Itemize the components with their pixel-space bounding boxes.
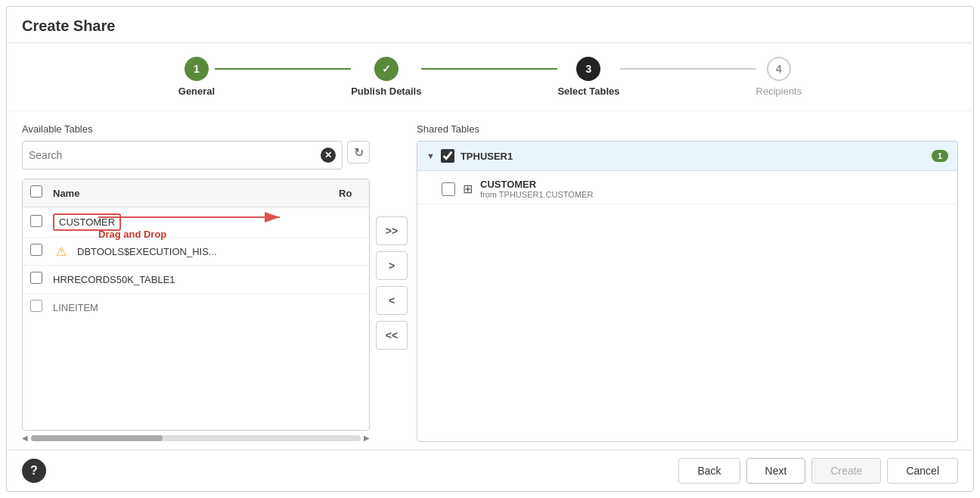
step-general: 1 General bbox=[178, 57, 215, 97]
step-circle-2: ✓ bbox=[374, 57, 399, 81]
group-checkbox-tphuser1[interactable] bbox=[441, 149, 454, 163]
shared-group-header: ▼ TPHUSER1 1 bbox=[417, 142, 957, 171]
create-button[interactable]: Create bbox=[811, 458, 881, 484]
main-content: Available Tables ✕ ↻ Name Ro bbox=[7, 111, 973, 450]
table-row: ⚠ DBTOOLS$EXECUTION_HIS... bbox=[23, 238, 369, 266]
footer-left: ? bbox=[22, 459, 46, 483]
footer: ? Back Next Create Cancel bbox=[7, 450, 973, 491]
right-panel: Shared Tables ▼ TPHUSER1 1 ⊞ CUSTOMER fr… bbox=[417, 123, 958, 442]
row-checkbox-customer bbox=[30, 215, 45, 230]
row-checkbox-dbtools bbox=[30, 244, 45, 259]
back-button[interactable]: Back bbox=[678, 458, 740, 484]
page-wrapper: Create Share 1 General ✓ Publish Details… bbox=[6, 6, 974, 492]
item-checkbox-customer[interactable] bbox=[442, 182, 455, 196]
horizontal-scrollbar[interactable]: ◀ ▶ bbox=[22, 431, 370, 442]
step-circle-3: 3 bbox=[576, 57, 600, 81]
table-icon: ⊞ bbox=[463, 182, 473, 196]
table-header: Name Ro bbox=[23, 179, 369, 207]
customer-name-cell: CUSTOMER bbox=[53, 213, 361, 231]
connector-2-3 bbox=[421, 68, 557, 70]
connector-1-2 bbox=[215, 68, 351, 70]
connector-3-4 bbox=[620, 68, 756, 70]
group-chevron-icon[interactable]: ▼ bbox=[426, 151, 435, 160]
row-checkbox-lineitem bbox=[30, 300, 45, 315]
warning-icon: ⚠ bbox=[53, 244, 70, 259]
search-clear-button[interactable]: ✕ bbox=[321, 148, 336, 163]
header-name: Name bbox=[53, 188, 331, 199]
remove-one-button[interactable]: < bbox=[376, 286, 408, 315]
table-row: LINEITEM bbox=[23, 294, 369, 321]
step-circle-1: 1 bbox=[185, 57, 209, 81]
transfer-buttons: >> > < << bbox=[370, 123, 414, 442]
help-button[interactable]: ? bbox=[22, 459, 46, 483]
refresh-button[interactable]: ↻ bbox=[347, 141, 370, 163]
add-all-button[interactable]: >> bbox=[376, 216, 408, 245]
step-circle-4: 4 bbox=[767, 57, 791, 81]
remove-all-button[interactable]: << bbox=[376, 321, 408, 350]
search-bar: ✕ bbox=[22, 141, 343, 170]
cancel-button[interactable]: Cancel bbox=[887, 458, 958, 484]
shared-item-sub: from TPHUSER1.CUSTOMER bbox=[480, 190, 593, 199]
customer-highlighted-label: CUSTOMER bbox=[53, 213, 121, 231]
select-all-checkbox[interactable] bbox=[30, 185, 42, 198]
header-checkbox-col bbox=[30, 185, 45, 201]
shared-item-info: CUSTOMER from TPHUSER1.CUSTOMER bbox=[480, 179, 593, 199]
add-one-button[interactable]: > bbox=[376, 251, 408, 280]
search-input[interactable] bbox=[29, 149, 316, 161]
step-label-3: Select Tables bbox=[557, 86, 619, 97]
table-row: CUSTOMER Drag and Drop bbox=[23, 207, 369, 238]
stepper: 1 General ✓ Publish Details 3 Select Tab… bbox=[7, 43, 973, 111]
shared-item-name: CUSTOMER bbox=[480, 179, 593, 190]
step-label-1: General bbox=[178, 86, 215, 97]
next-button[interactable]: Next bbox=[746, 458, 806, 484]
checkbox-lineitem[interactable] bbox=[30, 300, 42, 312]
checkbox-dbtools[interactable] bbox=[30, 244, 42, 256]
left-panel: Available Tables ✕ ↻ Name Ro bbox=[22, 123, 370, 442]
footer-right: Back Next Create Cancel bbox=[678, 458, 958, 484]
table-row: HRRECORDS50K_TABLE1 bbox=[23, 266, 369, 294]
header-ro: Ro bbox=[339, 188, 361, 199]
step-label-4: Recipients bbox=[756, 86, 802, 97]
shared-item-row: ⊞ CUSTOMER from TPHUSER1.CUSTOMER bbox=[417, 171, 957, 204]
group-badge-tphuser1: 1 bbox=[932, 150, 948, 162]
checkbox-customer[interactable] bbox=[30, 215, 42, 227]
dbtools-name-cell: DBTOOLS$EXECUTION_HIS... bbox=[77, 246, 361, 257]
row-checkbox-hrrecords bbox=[30, 272, 45, 287]
shared-tables-title: Shared Tables bbox=[417, 123, 958, 135]
page-title: Create Share bbox=[7, 7, 973, 43]
step-select-tables: 3 Select Tables bbox=[557, 57, 619, 97]
available-tables-title: Available Tables bbox=[22, 123, 370, 135]
hrrecords-name-cell: HRRECORDS50K_TABLE1 bbox=[53, 274, 361, 285]
lineitem-name-cell: LINEITEM bbox=[53, 302, 361, 313]
step-recipients: 4 Recipients bbox=[756, 57, 802, 97]
checkbox-hrrecords[interactable] bbox=[30, 272, 42, 284]
step-publish: ✓ Publish Details bbox=[351, 57, 421, 97]
group-name-tphuser1: TPHUSER1 bbox=[461, 151, 926, 162]
available-tables-container: Name Ro CUSTOMER bbox=[22, 179, 370, 431]
step-label-2: Publish Details bbox=[351, 86, 421, 97]
shared-tables-container: ▼ TPHUSER1 1 ⊞ CUSTOMER from TPHUSER1.CU… bbox=[417, 141, 958, 442]
